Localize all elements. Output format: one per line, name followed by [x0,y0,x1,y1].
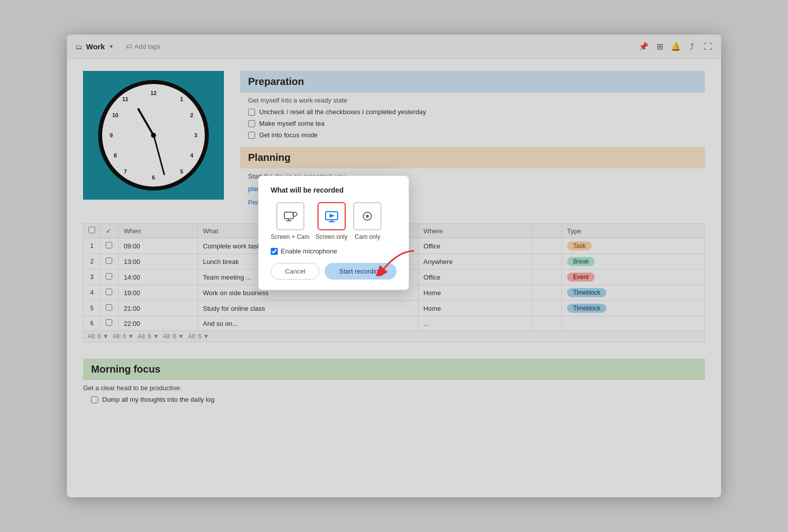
screen-cam-option[interactable]: Screen + Cam [271,202,309,240]
arrow-indicator [369,246,419,278]
screen-only-icon [318,202,346,230]
cancel-button[interactable]: Cancel [271,263,320,280]
screen-cam-label: Screen + Cam [271,233,309,240]
enable-mic-checkbox[interactable] [271,248,278,255]
enable-mic-label: Enable microphone [281,247,337,255]
record-options: Screen + Cam Screen only [271,202,397,240]
screen-cam-icon [276,202,304,230]
app-window: 🗂 Work ▼ 🏷 Add tags 📌 ⊞ 🔔 ⤴ ⛶ 12 1 [67,35,721,497]
modal-overlay[interactable]: What will be recorded Screen + Cam [67,35,721,497]
svg-point-9 [366,215,369,218]
modal-title: What will be recorded [271,186,397,194]
svg-marker-5 [330,214,335,218]
screen-only-label: Screen only [316,233,347,240]
cam-only-option[interactable]: Cam only [353,202,381,240]
svg-rect-0 [284,212,293,219]
cam-only-label: Cam only [355,233,380,240]
cam-only-icon [353,202,381,230]
screen-only-option[interactable]: Screen only [316,202,347,240]
